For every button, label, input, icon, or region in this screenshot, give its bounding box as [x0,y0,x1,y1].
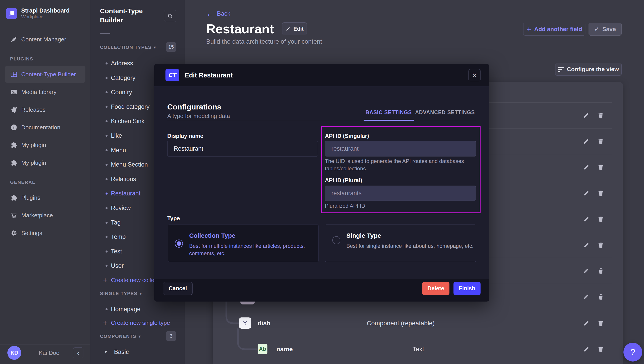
delete-field-button[interactable] [597,215,605,223]
chevron-down-icon: ▾ [139,334,141,339]
cancel-button[interactable]: Cancel [163,282,192,295]
plus-icon: + [103,276,107,284]
content-type-builder-icon [10,71,18,78]
sidebar-item-content-manager[interactable]: Content Manager [0,31,90,48]
delete-field-button[interactable] [597,112,605,119]
type-option-single-type[interactable]: Single Type Best for single instance lik… [325,225,476,262]
api-id-singular-hint-line2: tables/collections [325,165,366,172]
delete-field-button[interactable] [597,241,605,249]
sidebar-item-my-plugin[interactable]: My plugin [0,154,90,171]
api-id-plural-hint: Pluralized API ID [325,202,365,210]
type-option-collection-type[interactable]: Collection Type Best for multiple instan… [168,225,319,262]
edit-field-button[interactable] [582,345,590,353]
sidebar-item-media-library[interactable]: Media Library [0,84,90,100]
finish-button[interactable]: Finish [454,282,480,295]
sidebar-item-label: My plugin [21,159,46,166]
single-types-header[interactable]: SINGLE TYPES▾ [100,291,142,296]
edit-field-button[interactable] [582,138,590,145]
delete-field-button[interactable] [597,345,605,353]
chevron-left-icon: ‹ [77,349,80,357]
edit-field-button[interactable] [582,241,590,249]
display-name-input[interactable] [167,141,318,156]
bullet-icon [106,62,108,65]
search-button[interactable] [164,10,176,22]
collection-type-label: Address [111,60,133,67]
bullet-icon [106,164,108,166]
field-name: name [276,346,293,353]
lock-icon [10,106,18,113]
sidebar-item-content-type-builder[interactable]: Content-Type Builder [0,66,90,83]
sidebar-item-label: Releases [21,106,46,113]
add-field-label: Add another field [534,26,582,33]
delete-field-button[interactable] [597,163,605,171]
sidebar-item-label: Documentation [21,124,60,131]
collection-type-label: User [111,262,124,269]
arrow-left-icon: ← [206,10,214,18]
sidebar-item-my-plugin[interactable]: My plugin [0,137,90,153]
sidebar-item-label: Marketplace [21,212,53,219]
radio-selected-icon[interactable] [175,240,183,248]
row-divider [234,310,612,310]
delete-button[interactable]: Delete [422,282,450,295]
tab-basic-settings[interactable]: BASIC SETTINGS [366,109,412,115]
sidebar-collapse-button[interactable]: ‹ [73,347,84,358]
add-another-field-button[interactable]: + Add another field [523,23,586,36]
configure-view-button[interactable]: Configure the view [555,63,622,76]
edit-button[interactable]: Edit [282,22,307,35]
sidebar-item-releases[interactable]: Releases [0,101,90,118]
component-group-basic[interactable]: ▾Basic [90,345,185,359]
delete-field-button[interactable] [597,190,605,197]
single-type-label: Homepage [111,306,140,313]
sidebar-item-label: My plugin [21,142,46,149]
bullet-icon [106,236,108,238]
single-type-homepage[interactable]: Homepage [90,302,185,316]
tab-advanced-settings[interactable]: ADVANCED SETTINGS [415,109,475,115]
delete-field-button[interactable] [597,319,605,327]
collection-type-label: Tag [111,219,121,226]
delete-field-button[interactable] [597,138,605,145]
help-button[interactable]: ? [624,343,642,361]
user-avatar[interactable]: KD [8,346,21,360]
save-button[interactable]: ✓ Save [588,23,622,36]
panel-title-underline [100,33,110,34]
bullet-icon [106,265,108,267]
close-icon: × [472,71,477,80]
sidebar-divider [0,28,90,28]
edit-field-button[interactable] [582,112,590,119]
collection-types-header[interactable]: COLLECTION TYPES▾ [100,45,156,50]
edit-field-button[interactable] [582,163,590,171]
type-option-title: Collection Type [189,232,235,239]
tabs-divider [167,121,476,121]
collection-type-label: Food category [111,103,150,110]
content-type-badge: CT [166,69,179,81]
components-header[interactable]: COMPONENTS▾ [100,333,141,339]
create-new-single-type-link[interactable]: +Create new single type [90,317,185,329]
check-icon: ✓ [594,26,599,33]
radio-unselected-icon[interactable] [332,236,340,244]
delete-field-button[interactable] [597,267,605,275]
edit-field-button[interactable] [582,215,590,223]
sidebar-item-label: Media Library [21,89,56,96]
edit-field-button[interactable] [582,190,590,197]
sidebar-item-label: Content-Type Builder [21,71,76,78]
delete-field-button[interactable] [597,293,605,301]
workspace-switcher[interactable]: Strapi Dashboard Workplace [6,7,70,20]
bullet-icon [106,222,108,224]
edit-field-button[interactable] [582,319,590,327]
component-field-badge [239,317,251,329]
api-id-singular-input[interactable] [325,141,476,156]
count-badge: 3 [166,331,176,341]
back-link[interactable]: ← Back [206,10,230,18]
plus-icon: + [103,319,107,327]
api-id-plural-input[interactable] [325,186,476,201]
edit-field-button[interactable] [582,293,590,301]
sidebar-item-marketplace[interactable]: Marketplace [0,207,90,224]
close-button[interactable]: × [468,69,480,81]
collection-type-label: Temp [111,234,126,240]
sidebar-item-documentation[interactable]: Documentation [0,119,90,136]
edit-field-button[interactable] [582,267,590,275]
sidebar-item-settings[interactable]: Settings [0,225,90,241]
api-id-singular-hint-line1: The UID is used to generate the API rout… [325,157,464,165]
chevron-down-icon: ▾ [154,45,156,50]
sidebar-item-plugins[interactable]: Plugins [0,190,90,206]
